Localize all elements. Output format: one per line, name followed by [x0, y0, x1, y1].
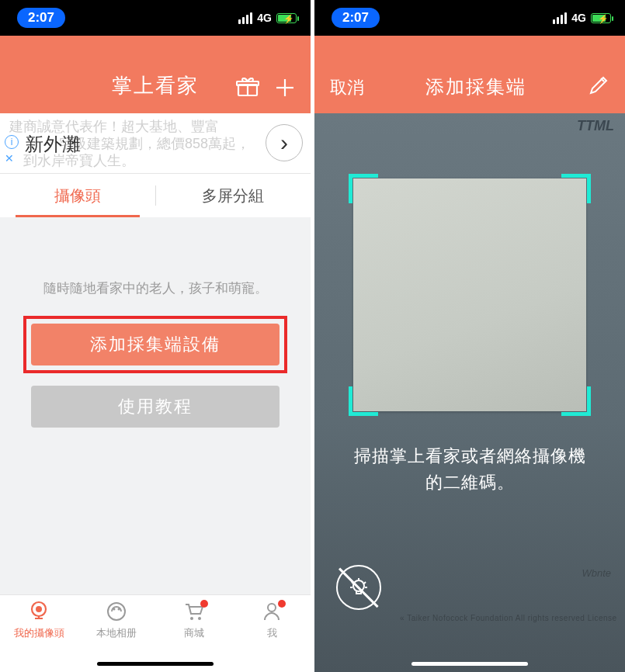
app-title: 掌上看家 — [112, 72, 199, 99]
svg-point-6 — [36, 606, 42, 612]
home-indicator[interactable] — [97, 662, 214, 666]
svg-rect-2 — [237, 81, 259, 85]
tutorial-button[interactable]: 使用教程 — [31, 386, 280, 428]
tabbar-me[interactable]: 我 — [233, 600, 311, 672]
preview-watermark: Wbnte — [582, 567, 611, 579]
svg-point-12 — [268, 604, 276, 611]
bottom-tabbar: 我的攝像頭 本地相册 商城 我 — [0, 594, 311, 672]
frame-corner-icon — [561, 386, 591, 416]
svg-point-7 — [108, 603, 125, 620]
battery-icon: ⚡ — [591, 13, 611, 23]
phone-right-scan: 2:07 4G ⚡ 取消 添加採集端 TTML 掃描掌上看家或者網絡攝像機 的二… — [314, 0, 625, 672]
slash-icon — [339, 567, 378, 607]
phone-left-home: 2:07 4G ⚡ 掌上看家 建商誠意代表作！超大基地、豐富 宅級建築規劃，總價… — [0, 0, 311, 672]
badge-dot — [200, 600, 208, 608]
status-time: 2:07 — [332, 8, 380, 28]
status-time: 2:07 — [17, 8, 65, 28]
app-header: 掌上看家 — [0, 36, 311, 113]
svg-point-9 — [118, 608, 120, 611]
tabbar-label: 我 — [267, 626, 277, 640]
status-right: 4G ⚡ — [238, 12, 297, 24]
flashlight-toggle[interactable] — [336, 565, 381, 610]
ad-banner[interactable]: 建商誠意代表作！超大基地、豐富 宅級建築規劃，總價858萬起， 到水岸帝寶人生。… — [0, 113, 311, 174]
signal-icon — [238, 12, 252, 24]
home-indicator[interactable] — [411, 662, 528, 666]
svg-point-10 — [190, 617, 193, 620]
status-bar: 2:07 4G ⚡ — [0, 0, 311, 36]
add-device-button[interactable]: 添加採集端設備 — [31, 324, 280, 365]
scan-instruction: 掃描掌上看家或者網絡攝像機 的二維碼。 — [314, 443, 625, 496]
status-right: 4G ⚡ — [553, 12, 611, 24]
view-tabs: 攝像頭 多屏分組 — [0, 174, 311, 217]
scan-frame — [349, 174, 591, 416]
tabbar-label: 商城 — [184, 626, 204, 640]
network-label: 4G — [571, 12, 586, 24]
album-icon — [105, 600, 128, 623]
frame-corner-icon — [349, 174, 378, 203]
frame-corner-icon — [349, 386, 378, 416]
camera-icon — [27, 600, 50, 623]
ttml-watermark: TTML — [577, 118, 614, 134]
svg-point-11 — [198, 617, 201, 620]
tabbar-label: 本地相册 — [96, 626, 137, 640]
plus-icon[interactable] — [275, 78, 295, 101]
ad-info-icon[interactable]: i — [5, 135, 19, 149]
ad-arrow-icon[interactable]: › — [266, 124, 303, 161]
edit-icon[interactable] — [588, 74, 609, 99]
gift-icon[interactable] — [236, 78, 259, 101]
battery-icon: ⚡ — [276, 13, 297, 23]
tab-camera[interactable]: 攝像頭 — [0, 174, 155, 217]
highlight-frame: 添加採集端設備 — [23, 316, 287, 373]
svg-point-8 — [113, 608, 116, 611]
frame-corner-icon — [561, 174, 591, 203]
tabbar-my-camera[interactable]: 我的攝像頭 — [0, 600, 78, 672]
cancel-button[interactable]: 取消 — [330, 76, 364, 99]
empty-content: 隨時隨地看家中的老人，孩子和萌寵。 添加採集端設備 使用教程 — [0, 217, 311, 428]
status-bar: 2:07 4G ⚡ — [314, 0, 625, 36]
ad-highlight: 新外灘 — [25, 132, 81, 157]
signal-icon — [553, 12, 567, 24]
left-body: 掌上看家 建商誠意代表作！超大基地、豐富 宅級建築規劃，總價858萬起， 到水岸… — [0, 36, 311, 672]
camera-preview: TTML 掃描掌上看家或者網絡攝像機 的二維碼。 Wbnte « Taiker … — [314, 113, 625, 672]
content-subtitle: 隨時隨地看家中的老人，孩子和萌寵。 — [23, 279, 287, 297]
ad-close-icon[interactable]: ✕ — [5, 152, 14, 165]
tab-multiscreen[interactable]: 多屏分組 — [156, 174, 311, 217]
badge-dot — [278, 600, 286, 608]
scan-title: 添加採集端 — [425, 74, 526, 99]
network-label: 4G — [257, 12, 272, 24]
tabbar-label: 我的攝像頭 — [14, 626, 64, 640]
scan-header: 取消 添加採集端 — [314, 36, 625, 113]
preview-footer-text: « Taiker Nofocock Foundation All rights … — [400, 614, 617, 622]
